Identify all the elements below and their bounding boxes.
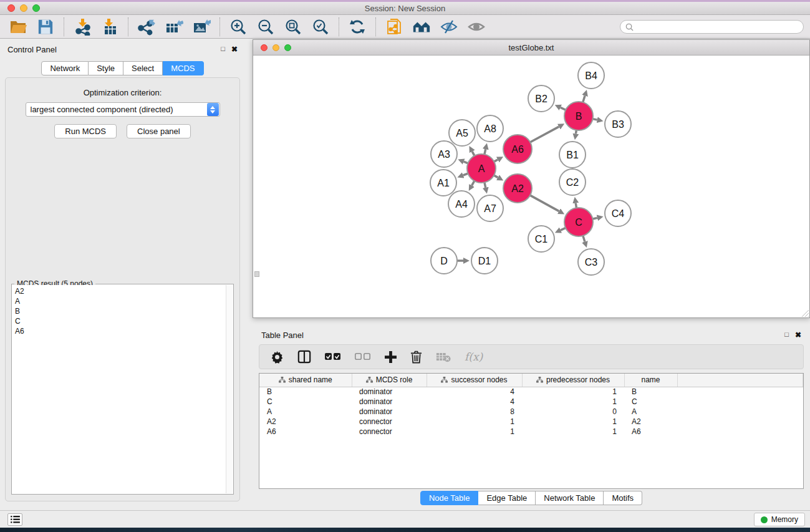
open-session-icon[interactable] [9,17,27,36]
edge-A6-B[interactable] [530,127,559,142]
edge-C-C3[interactable] [583,236,585,242]
table-cell[interactable]: connector [352,427,427,437]
node-B1[interactable]: B1 [559,142,586,168]
table-cell[interactable]: 4 [427,387,522,397]
edge-A-A8[interactable] [485,149,486,154]
node-D1[interactable]: D1 [471,248,498,274]
criterion-select[interactable]: largest connected component (directed) [26,102,220,117]
table-cell[interactable]: 0 [522,407,624,417]
node-A5[interactable]: A5 [449,120,475,146]
table-cell[interactable]: 1 [427,417,522,427]
zoom-in-icon[interactable] [229,17,248,36]
table-tab-motifs[interactable]: Motifs [604,491,642,505]
mcds-result-item[interactable]: A2 [15,286,223,296]
node-A4[interactable]: A4 [448,191,475,217]
run-mcds-button[interactable]: Run MCDS [54,124,117,138]
node-C2[interactable]: C2 [559,169,586,195]
table-cell[interactable]: 8 [427,407,522,417]
search-field[interactable] [620,20,804,34]
result-scrollbar[interactable] [226,285,233,493]
network-window-titlebar[interactable]: testGlobe.txt [253,40,809,56]
node-B2[interactable]: B2 [528,85,554,112]
node-A2[interactable]: A2 [503,174,532,203]
node-C[interactable]: C [564,208,593,236]
close-panel-icon[interactable]: ✖ [231,45,238,54]
edge-A2-C[interactable] [530,195,559,211]
column-header-MCDS-role[interactable]: MCDS role [352,374,427,387]
table-row[interactable]: Adominator80A [259,407,803,417]
node-A6[interactable]: A6 [503,135,532,163]
memory-button[interactable]: Memory [754,513,805,526]
node-B4[interactable]: B4 [578,62,604,89]
table-cell[interactable]: A [624,407,677,417]
control-tab-style[interactable]: Style [89,61,123,75]
column-header-shared-name[interactable]: shared name [259,374,352,387]
table-row[interactable]: A6connector11A6 [259,427,803,437]
deselect-all-rows-icon[interactable] [355,353,371,361]
close-panel-button[interactable]: Close panel [127,124,191,138]
first-neighbors-icon[interactable] [412,17,431,36]
show-all-icon[interactable] [467,17,486,36]
table-cell[interactable]: A2 [624,417,677,427]
search-input[interactable] [634,21,803,32]
column-header-successor-nodes[interactable]: successor nodes [427,374,522,387]
edge-A-A2[interactable] [494,175,498,177]
edge-B-B3[interactable] [593,119,597,120]
table-cell[interactable]: dominator [352,387,427,397]
table-tab-edge-table[interactable]: Edge Table [478,491,536,505]
column-header-predecessor-nodes[interactable]: predecessor nodes [522,374,624,387]
table-cell[interactable]: dominator [352,407,427,417]
zoom-selected-icon[interactable] [311,17,330,36]
table-cell[interactable]: 1 [427,427,522,437]
control-tab-mcds[interactable]: MCDS [163,61,203,75]
node-A7[interactable]: A7 [477,195,503,221]
control-tab-select[interactable]: Select [123,61,163,75]
node-A[interactable]: A [467,154,496,183]
import-network-icon[interactable] [73,17,92,36]
edge-C-C1[interactable] [561,228,566,230]
zoom-out-icon[interactable] [256,17,275,36]
task-history-button[interactable] [7,513,22,526]
hide-selected-icon[interactable] [440,17,458,36]
create-column-plus-icon[interactable] [385,351,397,363]
canvas-grip-handle[interactable] [254,271,259,277]
node-table-container[interactable]: shared nameMCDS rolesuccessor nodesprede… [259,373,804,489]
control-tab-network[interactable]: Network [41,61,89,75]
node-A8[interactable]: A8 [477,115,503,142]
table-cell[interactable]: B [259,387,352,397]
export-image-icon[interactable] [192,17,211,36]
mcds-result-item[interactable]: C [15,316,223,326]
node-B[interactable]: B [564,102,593,130]
table-cell[interactable]: 1 [522,417,624,427]
table-tab-node-table[interactable]: Node Table [420,491,479,505]
table-cell[interactable]: connector [352,417,427,427]
table-cell[interactable]: C [259,397,352,407]
edge-C-C4[interactable] [592,218,597,219]
table-cell[interactable]: C [624,397,677,407]
close-table-panel-icon[interactable]: ✖ [795,331,801,339]
refresh-icon[interactable] [348,17,367,36]
network-canvas[interactable]: B4B2BB3A8A5A6B1A3AA1C2A2A4A7C4CC1C3DD1 [253,56,809,317]
table-cell[interactable]: B [624,387,677,397]
node-C1[interactable]: C1 [528,226,554,252]
window-resize-corner[interactable] [801,309,809,317]
import-table-icon[interactable] [100,17,119,36]
table-row[interactable]: Cdominator41C [259,397,803,407]
node-A3[interactable]: A3 [431,141,457,167]
export-table-icon[interactable] [165,17,183,36]
table-tab-network-table[interactable]: Network Table [536,491,604,505]
table-cell[interactable]: 4 [427,397,522,407]
edge-B-B2[interactable] [561,107,566,110]
mcds-result-item[interactable]: A6 [15,326,223,336]
new-network-from-file-icon[interactable] [385,17,403,36]
float-panel-icon[interactable]: □ [221,45,225,54]
delete-column-trash-icon[interactable] [410,351,422,364]
table-cell[interactable]: dominator [352,397,427,407]
edge-A-A7[interactable] [485,182,486,187]
node-B3[interactable]: B3 [605,111,631,137]
table-cell[interactable]: A6 [624,427,677,437]
table-settings-gear-icon[interactable] [271,351,284,364]
zoom-fit-icon[interactable] [284,17,302,36]
edge-C-C2[interactable] [576,203,576,208]
node-D[interactable]: D [431,248,457,274]
